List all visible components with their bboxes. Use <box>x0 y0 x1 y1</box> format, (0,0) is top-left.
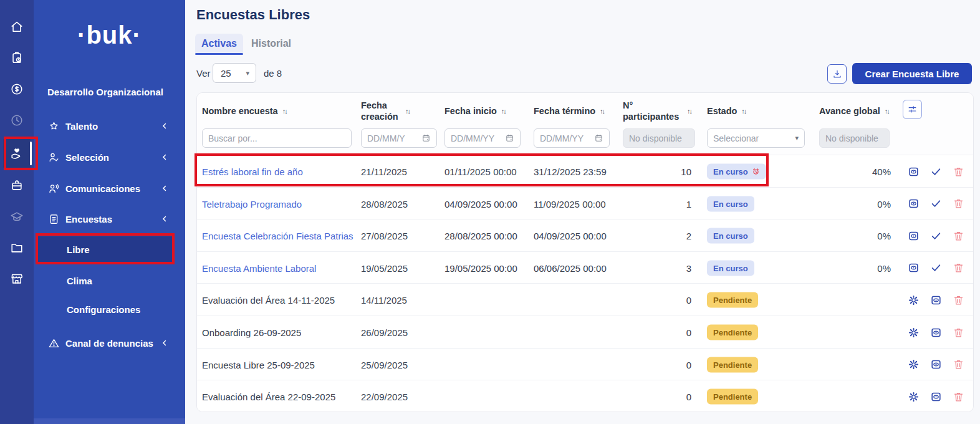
fecha-creacion-value: 27/08/2025 <box>361 231 408 241</box>
table-row: Teletrabajo Programado28/08/202504/09/20… <box>197 187 973 220</box>
total-count-label: de 8 <box>264 68 282 79</box>
eye-box-icon[interactable] <box>928 292 944 308</box>
home-icon[interactable] <box>3 13 31 41</box>
sort-icon[interactable]: ↑↓ <box>741 107 746 115</box>
search-input[interactable] <box>202 128 352 148</box>
chevron-left-icon[interactable] <box>160 214 169 223</box>
sort-icon[interactable]: ↑↓ <box>687 107 691 115</box>
check-icon[interactable] <box>928 196 944 212</box>
delete-trash-icon[interactable] <box>950 357 966 373</box>
sidebar-item-clima[interactable]: Clima <box>34 269 185 292</box>
fecha-termino-value: 06/06/2025 00:00 <box>534 263 607 273</box>
tab-activas[interactable]: Activas <box>195 34 243 53</box>
chevron-down-icon: ▾ <box>795 134 799 142</box>
delete-trash-icon[interactable] <box>950 163 966 180</box>
fecha-creacion-value: 26/09/2025 <box>361 327 408 338</box>
table-row: Encuesta Celebración Fiesta Patrias27/08… <box>197 219 973 252</box>
check-icon[interactable] <box>928 260 944 276</box>
status-badge: Pendiente <box>707 389 758 405</box>
tab-historial[interactable]: Historial <box>251 34 291 53</box>
settings-gear-icon[interactable] <box>905 324 921 340</box>
survey-name-link[interactable]: Teletrabajo Programado <box>202 198 302 209</box>
sidebar-item-talento[interactable]: Talento <box>34 115 185 137</box>
sort-icon[interactable]: ↑↓ <box>282 107 287 115</box>
alarm-clock-icon <box>752 168 760 176</box>
surveys-table: Nombre encuesta↑↓ Fecha creación↑↓ Fecha… <box>196 92 974 412</box>
payments-icon[interactable] <box>3 75 31 103</box>
fecha-termino-filter[interactable]: DD/MM/YY <box>534 128 610 148</box>
delete-trash-icon[interactable] <box>950 228 966 244</box>
survey-name: Evaluación del Área 14-11-2025 <box>202 295 335 306</box>
lunchbox-icon[interactable] <box>3 171 31 199</box>
chevron-left-icon[interactable] <box>160 122 169 130</box>
download-button[interactable] <box>827 64 847 84</box>
eye-box-icon[interactable] <box>905 163 921 180</box>
warning-icon <box>48 337 60 349</box>
check-icon[interactable] <box>928 228 944 244</box>
sort-icon[interactable]: ↑↓ <box>600 107 604 115</box>
chevron-left-icon[interactable] <box>160 153 169 161</box>
document-icon <box>48 213 60 225</box>
eye-box-icon[interactable] <box>928 357 944 373</box>
check-icon[interactable] <box>928 163 944 180</box>
settings-gear-icon[interactable] <box>905 388 921 405</box>
fecha-inicio-value: 01/11/2025 00:00 <box>444 166 517 177</box>
sidebar-item-label: Configuraciones <box>67 304 140 315</box>
sort-icon[interactable]: ↑↓ <box>885 107 889 115</box>
eye-box-icon[interactable] <box>905 228 921 244</box>
calendar-icon <box>505 133 514 143</box>
participantes-value: 3 <box>629 263 691 273</box>
storefront-icon[interactable] <box>3 265 31 292</box>
fecha-inicio-filter[interactable]: DD/MM/YY <box>444 128 521 148</box>
delete-trash-icon[interactable] <box>950 260 966 276</box>
survey-name-link[interactable]: Encuesta Ambiente Laboral <box>202 263 316 273</box>
fecha-creacion-filter[interactable]: DD/MM/Y <box>361 128 437 148</box>
sidebar-item-comunicaciones[interactable]: Comunicaciones <box>34 177 185 200</box>
sliders-icon <box>907 104 918 115</box>
table-header: Nombre encuesta↑↓ Fecha creación↑↓ Fecha… <box>197 93 973 155</box>
graduation-cap-icon[interactable] <box>3 203 31 231</box>
page-size-select[interactable]: 25 ▾ <box>213 63 256 83</box>
table-row: Estrés laboral fin de año21/11/202501/11… <box>197 155 973 188</box>
sidebar-scrollbar[interactable] <box>34 418 185 424</box>
delete-trash-icon[interactable] <box>950 388 966 405</box>
status-badge: Pendiente <box>707 292 758 308</box>
sidebar-item-label: Talento <box>65 121 98 132</box>
settings-gear-icon[interactable] <box>905 292 921 308</box>
eye-box-icon[interactable] <box>905 196 921 212</box>
sidebar-item-label: Encuestas <box>65 214 112 224</box>
delete-trash-icon[interactable] <box>950 324 966 340</box>
sidebar-item-configuraciones[interactable]: Configuraciones <box>34 298 185 320</box>
create-survey-button[interactable]: Crear Encuesta Libre <box>852 63 972 84</box>
delete-trash-icon[interactable] <box>950 196 966 212</box>
survey-name-link[interactable]: Estrés laboral fin de año <box>202 166 303 177</box>
status-badge: En curso <box>707 164 766 180</box>
eye-box-icon[interactable] <box>905 260 921 276</box>
settings-gear-icon[interactable] <box>905 357 921 373</box>
sidebar-item-seleccion[interactable]: Selección <box>34 146 185 168</box>
sidebar-item-libre[interactable]: Libre <box>34 238 185 261</box>
eye-box-icon[interactable] <box>928 388 944 405</box>
chevron-left-icon[interactable] <box>160 339 169 347</box>
sidebar-item-encuestas[interactable]: Encuestas <box>34 208 185 230</box>
survey-name-link[interactable]: Encuesta Celebración Fiesta Patrias <box>202 231 353 241</box>
fecha-inicio-value: 28/08/2025 00:00 <box>444 231 517 241</box>
status-badge: En curso <box>707 260 754 276</box>
fecha-creacion-value: 28/08/2025 <box>361 198 408 209</box>
clock-icon[interactable] <box>3 107 31 134</box>
participantes-value: 2 <box>629 231 691 241</box>
delete-trash-icon[interactable] <box>950 292 966 308</box>
clipboard-clock-icon[interactable] <box>3 44 31 72</box>
hand-heart-icon[interactable] <box>3 138 31 168</box>
eye-box-icon[interactable] <box>928 324 944 340</box>
sort-icon[interactable]: ↑↓ <box>501 107 506 115</box>
estado-filter-select[interactable]: Seleccionar ▾ <box>707 128 805 148</box>
fecha-creacion-value: 14/11/2025 <box>361 295 407 306</box>
sort-icon[interactable]: ↑↓ <box>405 107 410 115</box>
chevron-left-icon[interactable] <box>160 184 169 193</box>
fecha-creacion-value: 19/05/2025 <box>361 263 408 273</box>
sidebar-item-canal-de-denuncias[interactable]: Canal de denuncias <box>34 332 185 354</box>
folder-icon[interactable] <box>3 234 31 261</box>
table-row: Evaluación del Área 14-11-202514/11/2025… <box>197 283 973 316</box>
column-settings-button[interactable] <box>903 100 922 119</box>
